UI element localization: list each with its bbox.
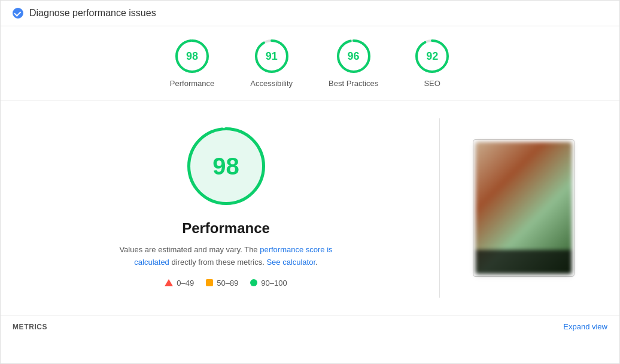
detail-title: Performance	[182, 220, 270, 237]
expand-view-link[interactable]: Expand view	[563, 322, 607, 331]
legend-icon-fail	[165, 279, 173, 286]
score-card-accessibility[interactable]: 91 Accessibility	[250, 38, 293, 88]
legend-item-average: 50–89	[206, 279, 238, 287]
detail-right	[440, 112, 607, 304]
score-value-accessibility: 91	[266, 50, 278, 63]
legend-label-average: 50–89	[217, 279, 238, 287]
legend-icon-pass	[250, 279, 257, 286]
big-score-value: 98	[212, 153, 239, 180]
score-value-seo: 92	[426, 50, 438, 63]
score-label-performance: Performance	[170, 79, 214, 88]
score-value-best-practices: 96	[348, 50, 360, 63]
description-text-1: Values are estimated and may vary. The	[119, 245, 260, 254]
score-value-performance: 98	[186, 50, 198, 63]
page-title: Diagnose performance issues	[29, 8, 156, 19]
detail-left: 98 Performance Values are estimated and …	[13, 112, 439, 304]
detail-section: 98 Performance Values are estimated and …	[1, 100, 619, 316]
scores-section: 98 Performance 91 Accessibility	[1, 26, 619, 100]
checkbox-icon	[13, 8, 23, 19]
score-label-best-practices: Best Practices	[329, 79, 378, 88]
screenshot-preview	[476, 142, 572, 274]
metrics-label: METRICS	[13, 323, 47, 331]
description-text-3: .	[315, 258, 318, 267]
big-score-circle: 98	[184, 124, 268, 208]
score-label-seo: SEO	[424, 79, 440, 88]
header-section: Diagnose performance issues	[1, 1, 619, 26]
legend-icon-average	[206, 279, 213, 286]
score-label-accessibility: Accessibility	[250, 79, 293, 88]
legend-label-fail: 0–49	[177, 279, 194, 287]
score-card-best-practices[interactable]: 96 Best Practices	[329, 38, 378, 88]
score-card-performance[interactable]: 98 Performance	[170, 38, 214, 88]
description-text-2: directly from these metrics.	[169, 258, 267, 267]
score-card-seo[interactable]: 92 SEO	[414, 38, 450, 88]
calculator-link[interactable]: See calculator	[266, 258, 315, 267]
screenshot-container	[473, 139, 575, 277]
page-wrapper: Diagnose performance issues 98 Performan…	[0, 0, 620, 364]
score-circle-best-practices: 96	[336, 38, 372, 74]
legend-item-pass: 90–100	[250, 279, 287, 287]
score-circle-accessibility: 91	[254, 38, 290, 74]
footer-section: METRICS Expand view	[1, 316, 619, 337]
legend: 0–49 50–89 90–100	[165, 279, 287, 287]
detail-description: Values are estimated and may vary. The p…	[113, 244, 340, 269]
score-circle-performance: 98	[174, 38, 210, 74]
score-circle-seo: 92	[414, 38, 450, 74]
legend-item-fail: 0–49	[165, 279, 194, 287]
legend-label-pass: 90–100	[261, 279, 287, 287]
